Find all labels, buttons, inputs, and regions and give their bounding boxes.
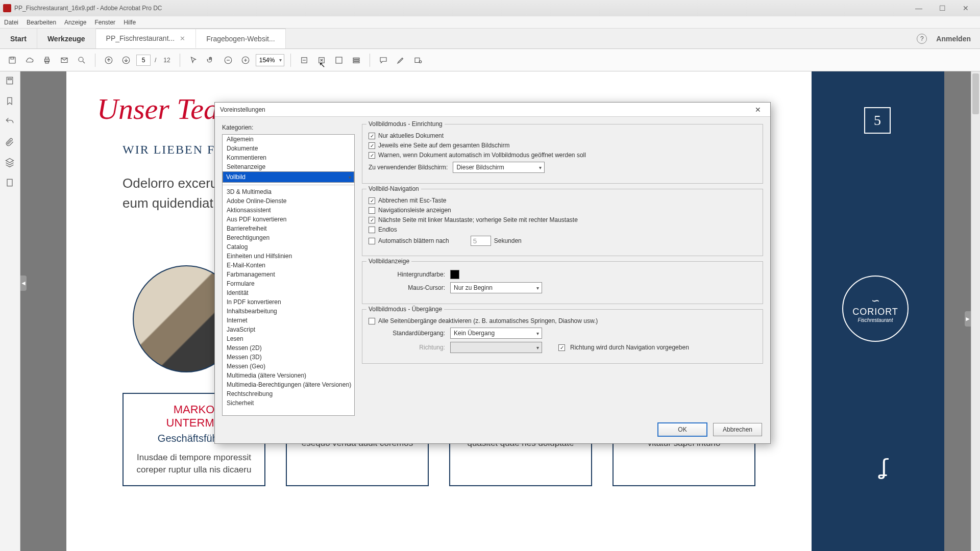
scrollbar-thumb[interactable] [972, 73, 979, 114]
page-icon[interactable] [5, 178, 16, 189]
category-item[interactable]: Farbmanagement [223, 270, 354, 279]
window-minimize[interactable]: — [908, 2, 930, 14]
category-item[interactable]: Messen (3D) [223, 353, 354, 362]
category-item[interactable]: Aktionsassistent [223, 206, 354, 215]
vertical-scrollbar[interactable] [971, 71, 980, 551]
cloud-icon[interactable] [22, 53, 37, 67]
print-icon[interactable] [40, 53, 54, 67]
thumbnails-icon[interactable] [5, 76, 16, 87]
tab-tools[interactable]: Werkzeuge [37, 29, 96, 48]
cursor-select[interactable]: Nur zu Beginn [450, 282, 542, 293]
highlight-icon[interactable] [394, 53, 408, 67]
category-item[interactable]: Inhaltsbearbeitung [223, 307, 354, 316]
category-item[interactable]: E-Mail-Konten [223, 261, 354, 270]
select-tool-icon[interactable] [186, 53, 201, 67]
seconds-label: Sekunden [494, 237, 522, 244]
category-item[interactable]: Multimedia-Berechtigungen (ältere Versio… [223, 380, 354, 389]
page-down-icon[interactable] [119, 53, 133, 67]
category-item[interactable]: Internet [223, 316, 354, 325]
checkbox[interactable] [369, 152, 375, 159]
menu-file[interactable]: Datei [4, 19, 18, 26]
prev-page-arrow[interactable]: ◄ [20, 276, 27, 291]
category-item[interactable]: Seitenanzeige [223, 162, 354, 171]
category-item[interactable]: Messen (2D) [223, 343, 354, 353]
screen-select[interactable]: Dieser Bildschirm [453, 162, 545, 173]
category-item[interactable]: Formulare [223, 279, 354, 288]
category-item[interactable]: Berechtigungen [223, 233, 354, 242]
window-maximize[interactable]: ☐ [931, 2, 953, 14]
ok-button[interactable]: OK [658, 423, 707, 436]
auto-advance-input[interactable] [471, 236, 491, 246]
save-icon[interactable] [5, 53, 19, 67]
category-item[interactable]: Allgemein [223, 135, 354, 144]
category-item[interactable]: Einheiten und Hilfslinien [223, 252, 354, 261]
zoom-out-icon[interactable] [221, 53, 235, 67]
checkbox[interactable] [369, 197, 375, 204]
zoom-select[interactable]: 154% [256, 54, 285, 66]
brand-name: CORIORT [852, 307, 898, 317]
page-up-icon[interactable] [102, 53, 116, 67]
checkbox[interactable] [369, 133, 375, 139]
cancel-button[interactable]: Abbrechen [713, 423, 762, 436]
fishhook-icon: ʆ [881, 455, 888, 480]
tab-start[interactable]: Start [0, 29, 37, 48]
fullscreen-icon[interactable] [332, 53, 346, 67]
hand-tool-icon[interactable] [204, 53, 218, 67]
close-icon[interactable]: ✕ [751, 105, 765, 115]
category-item[interactable]: Multimedia (ältere Versionen) [223, 371, 354, 380]
categories-list[interactable]: AllgemeinDokumenteKommentierenSeitenanze… [222, 134, 355, 416]
bookmark-icon[interactable] [5, 96, 16, 107]
undo-icon[interactable] [5, 116, 16, 128]
transition-select[interactable]: Kein Übergang [450, 328, 542, 339]
checkbox[interactable] [369, 207, 375, 214]
search-icon[interactable] [75, 53, 89, 67]
category-item[interactable]: Rechtschreibung [223, 389, 354, 398]
next-page-arrow[interactable]: ► [965, 311, 971, 327]
group-legend: Vollbild-Navigation [366, 185, 421, 192]
category-item[interactable]: Dokumente [223, 144, 354, 153]
read-mode-icon[interactable] [349, 53, 363, 67]
menu-edit[interactable]: Bearbeiten [27, 19, 56, 26]
category-item[interactable]: In PDF konvertieren [223, 297, 354, 307]
tab-document-1[interactable]: Fragebogen-Websit... [196, 29, 285, 48]
sign-icon[interactable] [411, 53, 425, 67]
category-item[interactable]: Vollbild [223, 171, 354, 183]
close-icon[interactable]: ✕ [180, 35, 185, 42]
category-item[interactable]: Catalog [223, 242, 354, 252]
checkbox[interactable] [369, 318, 375, 324]
fit-page-icon[interactable] [314, 53, 329, 67]
menu-view[interactable]: Anzeige [64, 19, 86, 26]
fit-width-icon[interactable] [297, 53, 311, 67]
signin-link[interactable]: Anmelden [936, 35, 971, 43]
tab-document-0[interactable]: PP_Fischrestaurant... ✕ [96, 29, 197, 48]
category-item[interactable]: Sicherheit [223, 398, 354, 408]
category-item[interactable]: Barrierefreiheit [223, 224, 354, 233]
page-number-input[interactable] [136, 55, 151, 66]
checkbox[interactable] [369, 217, 375, 223]
window-close[interactable]: ✕ [954, 2, 977, 14]
checkbox-label: Endlos [378, 226, 397, 233]
category-item[interactable]: 3D & Multimedia [223, 187, 354, 196]
category-item[interactable]: Kommentieren [223, 153, 354, 162]
category-item[interactable]: Adobe Online-Dienste [223, 196, 354, 206]
checkbox[interactable] [369, 142, 375, 149]
category-item[interactable]: Messen (Geo) [223, 362, 354, 371]
checkbox[interactable] [369, 227, 375, 233]
attachment-icon[interactable] [5, 137, 16, 148]
category-item[interactable]: Identität [223, 288, 354, 297]
category-item[interactable]: JavaScript [223, 325, 354, 334]
bg-color-picker[interactable] [450, 270, 459, 279]
menu-window[interactable]: Fenster [94, 19, 115, 26]
checkbox-label: Richtung wird durch Navigation vorgegebe… [570, 344, 689, 351]
svg-rect-15 [353, 60, 359, 61]
help-icon[interactable]: ? [917, 34, 927, 44]
category-item[interactable]: Lesen [223, 334, 354, 343]
category-item[interactable]: Aus PDF konvertieren [223, 215, 354, 224]
menu-help[interactable]: Hilfe [124, 19, 136, 26]
comment-icon[interactable] [376, 53, 390, 67]
layers-icon[interactable] [5, 157, 16, 168]
checkbox[interactable] [369, 238, 375, 244]
mail-icon[interactable] [57, 53, 71, 67]
zoom-in-icon[interactable] [238, 53, 253, 67]
checkbox[interactable] [558, 344, 565, 351]
